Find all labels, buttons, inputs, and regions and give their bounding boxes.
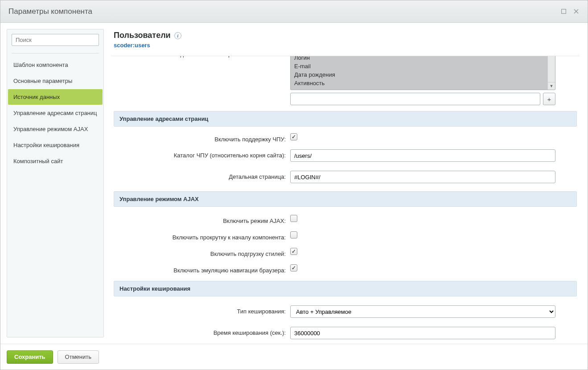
section-ajax: Управление режимом AJAX [114,191,577,207]
sef-detail-label: Детальная страница: [112,171,290,180]
component-id: scoder:users [114,42,584,49]
add-field-input[interactable] [290,93,540,105]
sidebar-item-cache[interactable]: Настройки кеширования [8,137,103,153]
sidebar-item-template[interactable]: Шаблон компонента [8,57,103,73]
section-sef: Управление адресами страниц [114,111,577,127]
cancel-button[interactable]: Отменить [58,350,99,364]
sidebar-item-composite[interactable]: Композитный сайт [8,153,103,169]
maximize-icon[interactable] [560,8,567,15]
cache-time-input[interactable] [290,327,555,339]
section-cache: Настройки кеширования [114,281,577,296]
close-icon[interactable] [572,8,580,15]
ajax-mode-label: Включить режим AJAX: [112,215,290,224]
cache-time-label: Время кеширования (сек.): [112,327,290,336]
sidebar-item-main-params[interactable]: Основные параметры [8,73,103,89]
fields-list-label: Выводимые поля на карточке пользователя: [112,56,290,58]
cache-type-select[interactable]: Авто + Управляемое [290,305,555,318]
search-input[interactable] [12,34,99,46]
list-item[interactable]: Дата рождения [291,70,555,79]
ajax-scroll-checkbox[interactable] [290,231,297,238]
sef-enable-label: Включить поддержку ЧПУ: [112,133,290,143]
ajax-history-checkbox[interactable] [290,264,297,271]
cache-type-label: Тип кеширования: [112,305,290,315]
svg-rect-0 [561,9,566,14]
sidebar-item-data-source[interactable]: Источник данных [8,89,103,105]
sef-detail-input[interactable] [290,171,555,183]
window-title: Параметры компонента [8,7,92,16]
page-title: Пользователи [114,31,171,40]
list-item[interactable]: Активность [291,79,555,87]
params-scroll[interactable]: Выводимые поля на карточке пользователя:… [112,56,584,344]
save-button[interactable]: Сохранить [7,350,53,364]
dialog-window: Параметры компонента Шаблон компонента О… [0,0,588,370]
sef-folder-label: Каталог ЧПУ (относительно корня сайта): [112,149,290,159]
add-field-button[interactable]: + [543,93,555,105]
fields-listbox[interactable]: Отчество Логин E-mail Дата рождения Акти… [290,56,555,90]
sef-folder-input[interactable] [290,149,555,162]
ajax-style-label: Включить подгрузку стилей: [112,248,290,257]
list-item[interactable]: Логин [291,56,555,62]
sidebar-nav: Шаблон компонента Основные параметры Ист… [7,56,103,170]
scroll-down-icon[interactable]: ▼ [548,82,555,90]
sef-enable-checkbox[interactable] [290,133,297,140]
main-panel: Пользователи i scoder:users Выводимые по… [110,23,588,344]
sidebar: Шаблон компонента Основные параметры Ист… [0,23,110,344]
ajax-history-label: Включить эмуляцию навигации браузера: [112,264,290,274]
sidebar-item-ajax[interactable]: Управление режимом AJAX [8,121,103,137]
titlebar: Параметры компонента [0,0,588,23]
list-item[interactable]: E-mail [291,62,555,70]
dialog-footer: Сохранить Отменить [0,344,588,370]
ajax-scroll-label: Включить прокрутку к началу компонента: [112,231,290,241]
ajax-mode-checkbox[interactable] [290,215,297,222]
ajax-style-checkbox[interactable] [290,248,297,255]
sidebar-item-sef[interactable]: Управление адресами страниц [8,105,103,121]
info-icon[interactable]: i [174,32,181,39]
listbox-scrollbar[interactable]: ▲ ▼ [547,56,555,90]
